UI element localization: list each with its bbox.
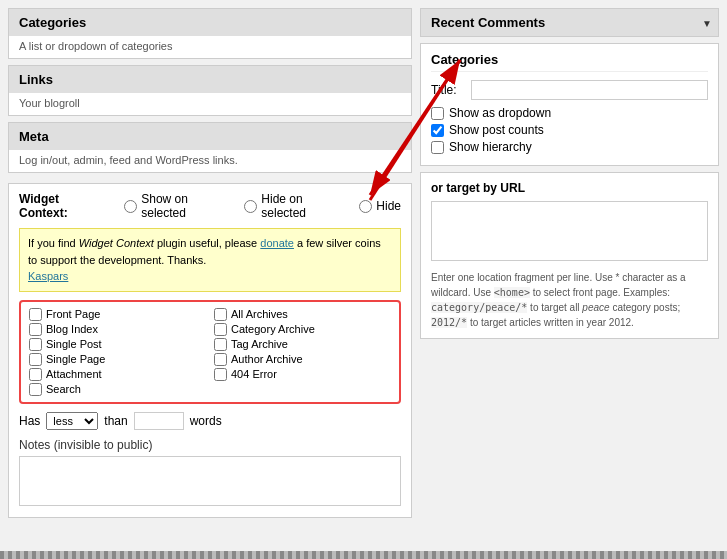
hide-radio[interactable]	[359, 200, 372, 213]
404-error-checkbox-item[interactable]: 404 Error	[214, 368, 391, 381]
left-column: Categories A list or dropdown of categor…	[0, 0, 420, 559]
category-archive-label: Category Archive	[231, 323, 315, 335]
all-archives-label: All Archives	[231, 308, 288, 320]
donate-link[interactable]: donate	[260, 237, 294, 249]
chevron-down-icon: ▼	[702, 17, 712, 28]
author-link[interactable]: Kaspars	[28, 270, 68, 282]
show-on-selected-option[interactable]: Show on selected	[124, 192, 230, 220]
show-as-dropdown-label: Show as dropdown	[449, 106, 551, 120]
category-archive-checkbox-item[interactable]: Category Archive	[214, 323, 391, 336]
title-field-label: Title:	[431, 83, 471, 97]
blog-index-checkbox[interactable]	[29, 323, 42, 336]
target-url-desc: Enter one location fragment per line. Us…	[431, 270, 708, 330]
meta-widget-title: Meta	[9, 123, 411, 150]
notice-text: If you find Widget Context plugin useful…	[28, 237, 381, 266]
bottom-stripe	[0, 551, 727, 559]
target-url-section: or target by URL Enter one location frag…	[420, 172, 719, 339]
has-label: Has	[19, 414, 40, 428]
404-error-label: 404 Error	[231, 368, 277, 380]
title-field-input[interactable]	[471, 80, 708, 100]
categories-panel: Categories Title: Show as dropdown Show …	[420, 43, 719, 166]
notice-bar: If you find Widget Context plugin useful…	[19, 228, 401, 292]
links-widget-title: Links	[9, 66, 411, 93]
words-label: words	[190, 414, 222, 428]
notes-label: Notes (invisible to public)	[19, 438, 401, 452]
categories-panel-title: Categories	[431, 52, 708, 72]
hide-on-selected-label: Hide on selected	[261, 192, 345, 220]
single-page-label: Single Page	[46, 353, 105, 365]
recent-comments-widget: Recent Comments ▼	[420, 8, 719, 37]
categories-widget-desc: A list or dropdown of categories	[9, 36, 411, 58]
hide-on-selected-option[interactable]: Hide on selected	[244, 192, 345, 220]
author-archive-checkbox[interactable]	[214, 353, 227, 366]
target-url-textarea[interactable]	[431, 201, 708, 261]
notes-section: Notes (invisible to public)	[19, 438, 401, 509]
widget-context-section: Widget Context: Show on selected Hide on…	[8, 183, 412, 518]
search-checkbox-item[interactable]: Search	[29, 383, 206, 396]
all-archives-checkbox-item[interactable]: All Archives	[214, 308, 391, 321]
author-archive-checkbox-item[interactable]: Author Archive	[214, 353, 391, 366]
show-post-counts-label: Show post counts	[449, 123, 544, 137]
links-widget: Links Your blogroll	[8, 65, 412, 116]
all-archives-checkbox[interactable]	[214, 308, 227, 321]
attachment-checkbox[interactable]	[29, 368, 42, 381]
show-hierarchy-row: Show hierarchy	[431, 140, 708, 154]
front-page-checkbox[interactable]	[29, 308, 42, 321]
attachment-label: Attachment	[46, 368, 102, 380]
single-page-checkbox[interactable]	[29, 353, 42, 366]
location-checkboxes: Front Page All Archives Blog Index Categ…	[19, 300, 401, 404]
less-more-select[interactable]: less more	[46, 412, 98, 430]
author-archive-label: Author Archive	[231, 353, 303, 365]
single-post-label: Single Post	[46, 338, 102, 350]
plugin-name: Widget Context	[79, 237, 154, 249]
show-on-selected-radio[interactable]	[124, 200, 137, 213]
show-post-counts-checkbox[interactable]	[431, 124, 444, 137]
widget-context-row: Widget Context: Show on selected Hide on…	[19, 192, 401, 220]
show-as-dropdown-checkbox[interactable]	[431, 107, 444, 120]
has-row: Has less more than words	[19, 412, 401, 430]
tag-archive-label: Tag Archive	[231, 338, 288, 350]
tag-archive-checkbox[interactable]	[214, 338, 227, 351]
front-page-checkbox-item[interactable]: Front Page	[29, 308, 206, 321]
hide-on-selected-radio[interactable]	[244, 200, 257, 213]
hide-option[interactable]: Hide	[359, 199, 401, 213]
hide-label: Hide	[376, 199, 401, 213]
target-url-title: or target by URL	[431, 181, 708, 195]
recent-comments-title: Recent Comments	[431, 15, 545, 30]
tag-archive-checkbox-item[interactable]: Tag Archive	[214, 338, 391, 351]
blog-index-label: Blog Index	[46, 323, 98, 335]
show-hierarchy-checkbox[interactable]	[431, 141, 444, 154]
right-column: Recent Comments ▼ Categories Title: Show…	[420, 0, 727, 559]
front-page-label: Front Page	[46, 308, 100, 320]
links-widget-desc: Your blogroll	[9, 93, 411, 115]
search-checkbox[interactable]	[29, 383, 42, 396]
notes-textarea[interactable]	[19, 456, 401, 506]
search-label: Search	[46, 383, 81, 395]
single-page-checkbox-item[interactable]: Single Page	[29, 353, 206, 366]
title-field-row: Title:	[431, 80, 708, 100]
show-as-dropdown-row: Show as dropdown	[431, 106, 708, 120]
categories-widget: Categories A list or dropdown of categor…	[8, 8, 412, 59]
meta-widget-desc: Log in/out, admin, feed and WordPress li…	[9, 150, 411, 172]
widget-context-label: Widget Context:	[19, 192, 106, 220]
show-on-selected-label: Show on selected	[141, 192, 230, 220]
attachment-checkbox-item[interactable]: Attachment	[29, 368, 206, 381]
single-post-checkbox-item[interactable]: Single Post	[29, 338, 206, 351]
meta-widget: Meta Log in/out, admin, feed and WordPre…	[8, 122, 412, 173]
than-label: than	[104, 414, 127, 428]
single-post-checkbox[interactable]	[29, 338, 42, 351]
show-post-counts-row: Show post counts	[431, 123, 708, 137]
show-hierarchy-label: Show hierarchy	[449, 140, 532, 154]
words-count-input[interactable]	[134, 412, 184, 430]
404-error-checkbox[interactable]	[214, 368, 227, 381]
blog-index-checkbox-item[interactable]: Blog Index	[29, 323, 206, 336]
categories-widget-title: Categories	[9, 9, 411, 36]
category-archive-checkbox[interactable]	[214, 323, 227, 336]
